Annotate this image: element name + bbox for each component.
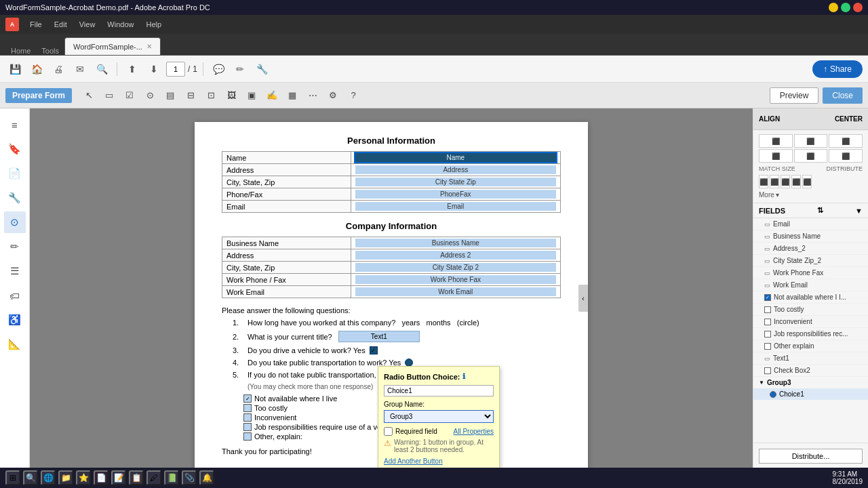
email-icon[interactable]: ✉: [71, 60, 90, 79]
sidebar-layers-icon[interactable]: ☰: [4, 260, 26, 282]
filter-icon[interactable]: ▼: [855, 207, 863, 215]
field-item-other-explain[interactable]: Other explain: [753, 340, 868, 352]
sidebar-bookmark-icon[interactable]: 🔖: [4, 138, 26, 160]
field-item-business-name[interactable]: ▭ Business Name: [753, 230, 868, 243]
app8-icon[interactable]: 🖊: [146, 470, 161, 485]
dropdown-tool[interactable]: ⊟: [182, 87, 199, 104]
sidebar-pages-icon[interactable]: 📄: [4, 163, 26, 184]
app10-icon[interactable]: 📎: [182, 470, 197, 485]
field-item-text1[interactable]: ▭ Text1: [753, 352, 868, 365]
favorites-icon[interactable]: ⭐: [76, 470, 91, 485]
sort-icon[interactable]: ⇅: [817, 206, 823, 215]
field-item-not-available[interactable]: ✓ Not available where I l...: [753, 291, 868, 304]
help-icon[interactable]: ?: [344, 87, 362, 104]
checkbox-q3[interactable]: ✓: [370, 346, 378, 354]
menu-window[interactable]: Window: [102, 19, 139, 30]
field-item-city-state-zip2[interactable]: ▭ City State Zip_2: [753, 255, 868, 267]
document-scroll[interactable]: Personal Information Name Name Address A…: [30, 108, 753, 488]
app9-icon[interactable]: 📗: [164, 470, 179, 485]
info-icon[interactable]: ℹ: [462, 372, 465, 381]
dist-h-btn[interactable]: ⬛: [791, 175, 801, 188]
field-item-email[interactable]: ▭ Email: [753, 218, 868, 230]
field-item-too-costly[interactable]: Too costly: [753, 304, 868, 316]
image-tool[interactable]: 🖼: [222, 87, 240, 104]
listbox-tool[interactable]: ▤: [161, 87, 179, 104]
choice-value-input[interactable]: [384, 385, 494, 396]
group-name-select[interactable]: Group3: [384, 410, 494, 423]
field-item-work-email[interactable]: ▭ Work Email: [753, 279, 868, 291]
choice1-item[interactable]: Choice1: [753, 388, 868, 400]
align-bottom-btn[interactable]: ⬛: [829, 149, 863, 163]
word-icon[interactable]: 📝: [111, 470, 126, 485]
select-tool-btn[interactable]: ↖: [80, 87, 98, 104]
field-item-job-resp[interactable]: Job responsibilities rec...: [753, 328, 868, 340]
all-properties-link[interactable]: All Properties: [454, 428, 494, 435]
close-window-button[interactable]: [853, 3, 863, 12]
city-state-zip2-field[interactable]: City State Zip 2: [355, 263, 556, 272]
phone-fax-field[interactable]: PhoneFax: [355, 190, 556, 199]
start-button[interactable]: ⊞: [5, 470, 20, 485]
distribute-button[interactable]: Distribute...: [759, 449, 863, 464]
dist-v-btn[interactable]: ⬛: [802, 175, 812, 188]
signature-tool[interactable]: ✍: [263, 87, 281, 104]
tab-close-icon[interactable]: ✕: [146, 43, 152, 50]
more-button[interactable]: More ▾: [759, 191, 863, 199]
name-field[interactable]: Name: [355, 153, 556, 162]
barcode-tool[interactable]: ▦: [283, 87, 301, 104]
text1-field[interactable]: Text1: [338, 331, 420, 342]
field-item-checkbox2[interactable]: Check Box2: [753, 365, 868, 377]
sidebar-accessibility-icon[interactable]: ♿: [4, 309, 26, 331]
cb-inconvenient[interactable]: [243, 413, 252, 422]
text-field-tool[interactable]: ▭: [100, 87, 118, 104]
save-icon[interactable]: 💾: [5, 60, 24, 79]
next-page-icon[interactable]: ⬇: [144, 60, 163, 79]
search-icon[interactable]: 🔍: [92, 60, 111, 79]
maximize-button[interactable]: [841, 3, 850, 12]
explorer-icon[interactable]: 📁: [58, 470, 73, 485]
cb-other[interactable]: [243, 432, 252, 441]
cb-too-costly[interactable]: [243, 404, 252, 412]
add-another-button-link[interactable]: Add Another Button: [384, 458, 494, 465]
group3-item[interactable]: ▼ Group3: [753, 377, 868, 388]
menu-view[interactable]: View: [74, 19, 101, 30]
required-field-checkbox[interactable]: [384, 427, 393, 436]
address2-field[interactable]: Address 2: [355, 251, 556, 260]
sidebar-nav-icon[interactable]: ≡: [4, 114, 26, 136]
prev-page-icon[interactable]: ⬆: [123, 60, 142, 79]
menu-edit[interactable]: Edit: [49, 19, 73, 30]
menu-help[interactable]: Help: [140, 19, 167, 30]
tab-home[interactable]: Home: [5, 47, 36, 55]
comment-icon[interactable]: 💬: [209, 60, 228, 79]
tools-icon[interactable]: 🔧: [252, 60, 271, 79]
field-item-address2[interactable]: ▭ Address_2: [753, 243, 868, 255]
city-state-zip-field[interactable]: City State Zip: [355, 178, 556, 186]
print-icon[interactable]: 🖨: [49, 60, 68, 79]
share-button[interactable]: ↑ Share: [812, 60, 863, 78]
tab-document[interactable]: WordFormSample-... ✕: [64, 37, 161, 55]
tab-tools[interactable]: Tools: [36, 47, 64, 55]
match-height-btn[interactable]: ⬛: [770, 175, 779, 188]
sidebar-tools-icon[interactable]: 🔧: [4, 187, 26, 209]
cb-not-available[interactable]: ✓: [243, 394, 252, 403]
sidebar-measure-icon[interactable]: 📐: [4, 333, 26, 355]
align-middle-btn[interactable]: ⬛: [794, 149, 828, 163]
app11-icon[interactable]: 🔔: [199, 470, 214, 485]
align-right-btn[interactable]: ⬛: [829, 134, 863, 148]
panel-collapse-arrow[interactable]: ‹: [578, 285, 588, 312]
date-tool[interactable]: ▣: [243, 87, 260, 104]
app7-icon[interactable]: 📋: [129, 470, 144, 485]
work-phone-field[interactable]: Work Phone Fax: [355, 275, 556, 284]
page-number-input[interactable]: [166, 62, 185, 77]
cb-job-resp[interactable]: [243, 423, 252, 431]
search-taskbar-icon[interactable]: 🔍: [23, 470, 38, 485]
sidebar-pen-icon[interactable]: ✏: [4, 236, 26, 258]
align-top-btn[interactable]: ⬛: [759, 149, 793, 163]
preview-button[interactable]: Preview: [770, 87, 819, 104]
more-tools[interactable]: ⋯: [304, 87, 321, 104]
sidebar-form-icon[interactable]: ⊙: [4, 211, 26, 233]
work-email-field[interactable]: Work Email: [355, 287, 556, 296]
align-left-btn[interactable]: ⬛: [759, 134, 793, 148]
email-field[interactable]: Email: [355, 202, 556, 211]
match-width-btn[interactable]: ⬛: [759, 175, 768, 188]
business-name-field[interactable]: Business Name: [355, 239, 556, 247]
